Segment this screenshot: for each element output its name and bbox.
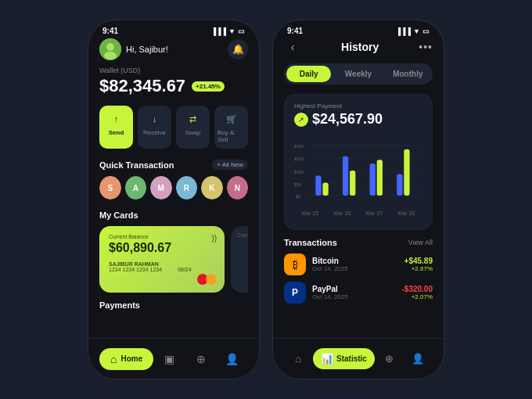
tab-monthly[interactable]: Monthly [386,66,430,82]
right-nav-statistic[interactable]: 📊 Statistic [313,348,375,369]
left-status-bar: 9:41 ▐▐▐ ▼ ▭ [88,20,259,38]
mastercard-right [206,274,217,285]
right-bottom-nav: ⌂ 📊 Statistic ⊕ 👤 [273,338,444,379]
right-add-icon: ⊕ [385,353,394,365]
change-badge: +21.45% [192,81,225,92]
cards-header: My Cards [99,210,248,220]
user-info: Hi, Sajibur! [99,38,168,60]
tab-weekly[interactable]: Weekly [336,66,380,82]
send-label: Send [109,129,124,136]
bitcoin-amount: +$45.89 [404,257,433,265]
bar-mar26-green [350,171,355,196]
back-button[interactable]: ‹ [284,38,301,56]
send-button[interactable]: ↑ Send [99,106,133,149]
paypal-amount: -$320.00 [402,285,433,293]
svg-text:$150: $150 [294,156,304,161]
right-nav-home[interactable]: ⌂ [284,353,313,365]
quick-tx-header: Quick Transaction + All New [99,160,248,170]
right-battery-icon: ▭ [422,27,430,35]
card-logo [197,274,217,285]
highest-amount-row: ↗ $24,567.90 [294,111,422,128]
receive-button[interactable]: ↓ Receive [138,106,171,149]
nav-profile-button[interactable]: 👤 [217,353,248,365]
buy-sell-button[interactable]: 🛒 Buy & Sell [214,106,248,149]
contact-1[interactable]: S [99,176,121,200]
bar-mar27-blue [370,164,376,196]
home-icon: ⌂ [110,353,117,365]
paypal-amount-col: -$320.00 +2.07% [402,285,433,300]
bar-mar27-green [377,160,383,196]
chart-x-labels: Mar 25 Mar 26 Mar 27 Mar 28 [294,210,422,216]
x-label-mar25: Mar 25 [302,210,319,216]
transactions-section: Transactions View All ₿ Bitcoin Oct 14, … [284,238,433,304]
right-stat-icon: 📊 [321,353,333,365]
right-profile-icon: 👤 [412,353,424,365]
contact-3[interactable]: M [150,176,172,200]
credit-card-2[interactable]: Curr... [231,226,248,293]
user-avatar [99,38,121,60]
nav-home-button[interactable]: ⌂ Home [99,348,153,370]
paypal-info: PayPal Oct 14, 2025 [312,285,396,300]
right-time: 9:41 [287,27,303,35]
right-signal-icon: ▐▐▐ [396,27,411,35]
transaction-bitcoin[interactable]: ₿ Bitcoin Oct 14, 2025 +$45.89 +2.67% [284,253,433,275]
svg-point-1 [106,43,114,51]
swap-icon: ⇄ [185,111,201,127]
contact-6[interactable]: N [227,176,249,200]
contact-2[interactable]: A [125,176,147,200]
battery-icon: ▭ [238,27,245,35]
wifi-icon: ▼ [228,27,235,35]
card-balance-label: Current Balance [109,234,215,239]
wireless-icon: )) [211,234,217,243]
receive-label: Receive [143,129,166,136]
contacts-row: S A M R K N [99,176,248,200]
buy-sell-icon: 🛒 [224,111,239,127]
receive-icon: ↓ [147,111,163,127]
cards-icon: ▣ [164,353,174,365]
history-title: History [341,41,379,53]
left-phone: 9:41 ▐▐▐ ▼ ▭ [88,20,260,379]
nav-cards-button[interactable]: ▣ [153,353,185,365]
svg-text:$200: $200 [294,144,304,149]
left-time: 9:41 [102,27,118,35]
right-home-icon: ⌂ [296,353,302,365]
credit-card-1[interactable]: Current Balance $60,890.67 SAJIBUR RAHMA… [99,226,225,293]
svg-text:$100: $100 [294,170,304,174]
tab-daily[interactable]: Daily [286,66,331,82]
nav-add-button[interactable]: ⊕ [185,353,217,365]
contact-5[interactable]: K [201,176,223,200]
send-icon: ↑ [109,111,124,127]
card-expiry: 08/24 [178,267,192,272]
right-nav-add[interactable]: ⊕ [375,353,404,365]
payments-section: Payments [99,300,248,310]
chart-svg: $200 $150 $100 $50 $0 [294,135,422,206]
x-label-mar27: Mar 27 [366,210,383,216]
contact-4[interactable]: R [176,176,198,200]
right-nav-profile[interactable]: 👤 [404,353,433,365]
svg-point-2 [104,52,117,59]
swap-label: Swap [185,129,200,136]
right-status-bar: 9:41 ▐▐▐ ▼ ▭ [273,20,444,38]
left-header: Hi, Sajibur! 🔔 [99,38,248,60]
swap-button[interactable]: ⇄ Swap [176,106,210,149]
balance-amount: $82,345.67 [99,76,185,96]
bitcoin-change: +2.67% [404,265,433,272]
view-all-button[interactable]: View All [408,239,433,246]
all-new-button[interactable]: + All New [212,160,248,170]
paypal-date: Oct 14, 2025 [312,293,396,300]
profile-icon: 👤 [225,353,239,365]
bar-mar26-blue [343,156,348,196]
transaction-paypal[interactable]: P PayPal Oct 14, 2025 -$320.00 +2.07% [284,282,433,304]
bitcoin-date: Oct 14, 2025 [312,265,398,272]
more-button[interactable]: ••• [419,41,433,53]
chart-container: Highest Payment ↗ $24,567.90 [284,94,433,230]
svg-text:$50: $50 [294,182,301,187]
notification-button[interactable]: 🔔 [228,39,248,59]
add-icon: ⊕ [196,353,206,365]
trend-up-icon: ↗ [294,113,308,127]
paypal-icon: P [284,282,306,304]
bitcoin-info: Bitcoin Oct 14, 2025 [312,257,398,272]
bitcoin-amount-col: +$45.89 +2.67% [404,257,433,272]
paypal-name: PayPal [312,285,396,293]
period-tabs: Daily Weekly Monthly [284,63,433,84]
